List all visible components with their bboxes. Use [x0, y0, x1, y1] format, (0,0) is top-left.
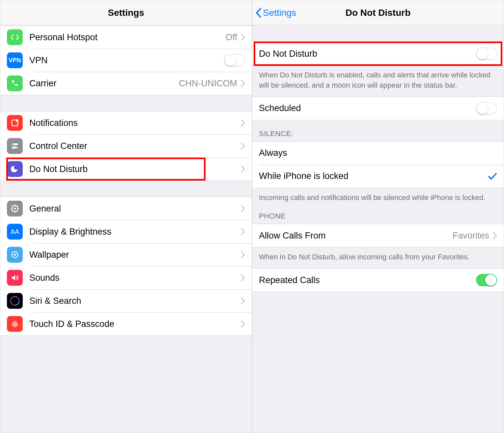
svg-point-19: [14, 257, 15, 258]
svg-point-22: [12, 252, 14, 253]
fingerprint-icon: [7, 316, 23, 332]
chevron-right-icon: [492, 232, 497, 240]
chevron-right-icon: [240, 33, 245, 41]
moon-icon: [7, 161, 23, 177]
row-dnd-toggle[interactable]: Do Not Disturb: [252, 42, 504, 65]
hotspot-label: Personal Hotspot: [29, 32, 225, 43]
svg-line-12: [12, 206, 13, 207]
carrier-value: CHN-UNICOM: [179, 78, 237, 89]
hotspot-icon: [7, 29, 23, 45]
hotspot-value: Off: [225, 32, 237, 43]
row-personal-hotspot[interactable]: Personal Hotspot Off: [0, 26, 252, 49]
dnd-footer: When Do Not Disturb is enabled, calls an…: [252, 66, 504, 97]
wallpaper-icon: [7, 247, 23, 263]
row-general[interactable]: General: [0, 197, 252, 220]
sounds-label: Sounds: [29, 273, 240, 283]
svg-line-14: [12, 211, 13, 212]
row-control-center[interactable]: Control Center: [0, 134, 252, 158]
chevron-right-icon: [240, 274, 245, 282]
gear-icon: [7, 201, 23, 216]
svg-point-24: [12, 256, 14, 258]
row-scheduled[interactable]: Scheduled: [252, 97, 504, 120]
back-button[interactable]: Settings: [256, 8, 296, 18]
allow-calls-footer: When in Do Not Disturb, allow incoming c…: [252, 247, 504, 268]
silence-header: SILENCE:: [252, 120, 504, 141]
touchid-label: Touch ID & Passcode: [29, 319, 240, 329]
svg-point-3: [13, 144, 14, 145]
phone-icon: [7, 75, 23, 91]
svg-point-7: [14, 208, 16, 210]
row-carrier[interactable]: Carrier CHN-UNICOM: [0, 72, 252, 95]
display-icon: AA: [7, 224, 23, 240]
silence-footer: Incoming calls and notifications will be…: [252, 188, 504, 209]
row-vpn[interactable]: VPN VPN: [0, 49, 252, 72]
control-center-icon: [7, 138, 23, 154]
while-locked-label: While iPhone is locked: [259, 171, 488, 181]
siri-icon: [7, 293, 23, 309]
vpn-toggle[interactable]: [224, 54, 245, 67]
chevron-left-icon: [256, 8, 262, 18]
chevron-right-icon: [240, 165, 245, 173]
repeated-calls-toggle[interactable]: [476, 274, 497, 286]
chevron-right-icon: [240, 79, 245, 87]
dnd-header: Settings Do Not Disturb: [252, 0, 504, 25]
row-allow-calls-from[interactable]: Allow Calls From Favorites: [252, 224, 504, 247]
svg-line-15: [17, 206, 18, 207]
svg-rect-4: [12, 147, 18, 149]
dnd-label: Do Not Disturb: [29, 164, 240, 174]
chevron-right-icon: [240, 142, 245, 150]
row-touch-id[interactable]: Touch ID & Passcode: [0, 312, 252, 335]
row-silence-while-locked[interactable]: While iPhone is locked: [252, 165, 504, 188]
svg-point-21: [17, 254, 18, 255]
carrier-label: Carrier: [29, 78, 179, 89]
general-label: General: [29, 204, 240, 214]
vpn-icon: VPN: [7, 52, 23, 68]
svg-rect-2: [12, 143, 18, 145]
svg-point-23: [16, 256, 18, 258]
chevron-right-icon: [240, 297, 245, 305]
repeated-calls-label: Repeated Calls: [259, 275, 476, 285]
settings-header: Settings: [0, 0, 252, 25]
row-siri-search[interactable]: Siri & Search: [0, 289, 252, 312]
dnd-pane: Settings Do Not Disturb Do Not Disturb W…: [252, 0, 504, 433]
row-notifications[interactable]: Notifications: [0, 111, 252, 134]
siri-label: Siri & Search: [29, 296, 240, 306]
chevron-right-icon: [240, 119, 245, 127]
control-center-label: Control Center: [29, 141, 240, 151]
svg-point-18: [14, 251, 15, 252]
row-repeated-calls[interactable]: Repeated Calls: [252, 269, 504, 292]
row-do-not-disturb[interactable]: Do Not Disturb: [0, 158, 252, 181]
chevron-right-icon: [240, 251, 245, 259]
settings-pane: Settings Personal Hotspot Off VPN VPN Ca…: [0, 0, 252, 433]
chevron-right-icon: [240, 320, 245, 328]
wallpaper-label: Wallpaper: [29, 250, 240, 260]
row-wallpaper[interactable]: Wallpaper: [0, 243, 252, 266]
scheduled-label: Scheduled: [259, 103, 476, 113]
dnd-toggle[interactable]: [476, 47, 497, 60]
row-silence-always[interactable]: Always: [252, 142, 504, 165]
settings-title: Settings: [0, 8, 252, 18]
allow-calls-value: Favorites: [453, 231, 489, 241]
back-label: Settings: [263, 8, 296, 18]
svg-point-17: [14, 254, 16, 256]
chevron-right-icon: [240, 205, 245, 213]
phone-header: PHONE: [252, 209, 504, 224]
scheduled-toggle[interactable]: [476, 102, 497, 115]
svg-point-5: [15, 147, 17, 148]
display-label: Display & Brightness: [29, 227, 240, 237]
chevron-right-icon: [240, 228, 245, 236]
svg-point-25: [16, 252, 18, 253]
sounds-icon: [7, 270, 23, 286]
notifications-label: Notifications: [29, 118, 240, 128]
allow-calls-label: Allow Calls From: [259, 231, 453, 241]
row-display-brightness[interactable]: AA Display & Brightness: [0, 220, 252, 243]
vpn-label: VPN: [29, 55, 224, 66]
svg-point-20: [11, 254, 13, 255]
svg-point-1: [16, 119, 18, 122]
row-sounds[interactable]: Sounds: [0, 266, 252, 289]
always-label: Always: [259, 148, 497, 158]
dnd-toggle-label: Do Not Disturb: [259, 49, 476, 59]
svg-line-13: [17, 211, 18, 212]
checkmark-icon: [488, 173, 497, 180]
notifications-icon: [7, 115, 23, 131]
